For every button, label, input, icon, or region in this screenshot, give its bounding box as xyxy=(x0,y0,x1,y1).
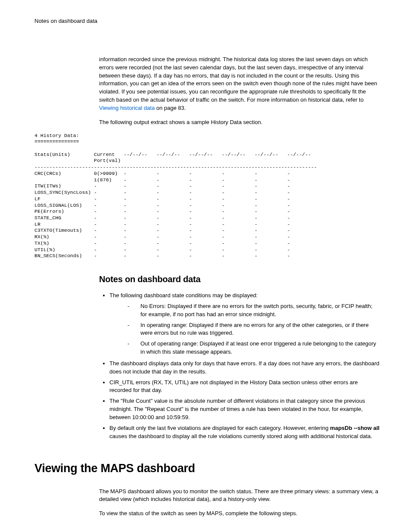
viewing-p1: The MAPS dashboard allows you to monitor… xyxy=(99,488,380,504)
intro-paragraph-1: information recorded since the previous … xyxy=(99,56,380,112)
viewing-heading: Viewing the MAPS dashboard xyxy=(34,460,380,477)
sub-list: No Errors: Displayed if there are no err… xyxy=(109,302,380,356)
intro-paragraph-2: The following output extract shows a sam… xyxy=(99,118,380,127)
b5-pre: By default only the last five violations… xyxy=(109,425,330,431)
history-data-code: 4 History Data: =============== Stats(Un… xyxy=(34,133,380,259)
intro-p1-pre: information recorded since the previous … xyxy=(99,56,377,103)
list-item: The dashboard displays data only for day… xyxy=(109,360,380,376)
sub-list-item: No Errors: Displayed if there are no err… xyxy=(128,302,380,319)
sub-list-item: Out of operating range: Displayed if at … xyxy=(128,340,380,356)
bullet-text: The following dashboard state conditions… xyxy=(109,292,258,299)
list-item: The "Rule Count" value is the absolute n… xyxy=(109,397,380,422)
viewing-historical-data-link[interactable]: Viewing historical data xyxy=(99,105,155,111)
intro-p1-post: on page 83. xyxy=(155,105,186,111)
sub-list-item: In operating range: Displayed if there a… xyxy=(128,321,380,338)
list-item: The following dashboard state conditions… xyxy=(109,292,380,356)
viewing-p2: To view the status of the switch as seen… xyxy=(99,510,380,518)
list-item: CIR_UTIL errors (RX, TX, UTIL) are not d… xyxy=(109,379,380,395)
notes-list: The following dashboard state conditions… xyxy=(99,292,380,441)
b5-bold: mapsDb --show all xyxy=(330,425,380,431)
notes-heading: Notes on dashboard data xyxy=(99,273,380,286)
list-item: By default only the last five violations… xyxy=(109,424,380,441)
page-header: Notes on dashboard data xyxy=(34,17,380,25)
b5-post: causes the dashboard to display all the … xyxy=(109,433,372,439)
